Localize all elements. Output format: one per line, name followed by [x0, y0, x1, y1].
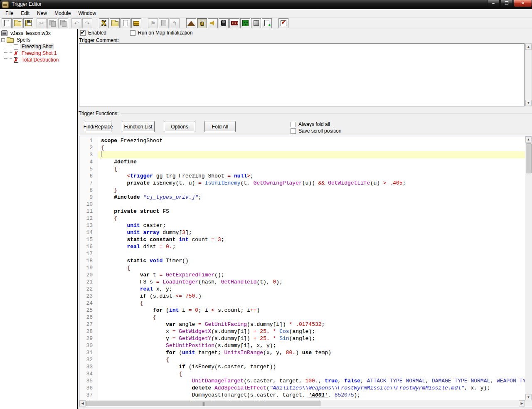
- scroll-up-icon[interactable]: ▲: [525, 44, 532, 50]
- code-line-4[interactable]: 4 #define: [79, 158, 525, 165]
- code-line-17[interactable]: 17: [79, 250, 525, 257]
- menu-edit[interactable]: Edit: [17, 10, 33, 17]
- code-line-18[interactable]: 18 static void Timer(): [79, 257, 525, 264]
- code-line-34[interactable]: 34 {: [79, 370, 525, 377]
- code-line-1[interactable]: 1scope FreezingShoot: [79, 137, 525, 144]
- menu-window[interactable]: Window: [74, 10, 100, 17]
- scroll-left-icon[interactable]: ◀: [79, 400, 86, 407]
- toolbar-sound-editor-button[interactable]: [208, 18, 218, 28]
- toolbar-save-map-button[interactable]: [23, 18, 33, 28]
- toolbar-delete-trigger-button[interactable]: X: [99, 18, 109, 28]
- menu-file[interactable]: File: [2, 10, 17, 17]
- code-line-36[interactable]: 36 delete AddSpecialEffect("Abilities\\W…: [79, 384, 525, 392]
- code-line-14[interactable]: 14 unit array dummy[3];: [79, 229, 525, 236]
- code-line-19[interactable]: 19 {: [79, 264, 525, 271]
- toolbar-import-manager-button[interactable]: [262, 18, 272, 28]
- code-viewport[interactable]: 1scope FreezingShoot2{34 #define5 {6 <tr…: [79, 136, 525, 400]
- toolbar-object-manager-button[interactable]: [251, 18, 261, 28]
- options-button[interactable]: Options: [164, 121, 195, 132]
- vscroll-thumb[interactable]: [526, 143, 532, 173]
- code-line-3[interactable]: 3: [79, 151, 525, 158]
- toolbar-terrain-editor-button[interactable]: [186, 18, 196, 28]
- code-line-8[interactable]: 8 }: [79, 187, 525, 194]
- code-line-28[interactable]: 28 x = GetWidgetX(s.dummy[i]) + 25. * Co…: [79, 328, 525, 335]
- code-line-25[interactable]: 25 for (int i = 0; i < s.count; i++): [79, 307, 525, 314]
- code-line-5[interactable]: 5 {: [79, 165, 525, 172]
- scroll-up-icon[interactable]: ▲: [525, 136, 532, 143]
- toolbar-open-map-button[interactable]: [12, 18, 22, 28]
- code-line-10[interactable]: 10: [79, 201, 525, 208]
- hscroll-thumb[interactable]: [86, 401, 320, 406]
- code-line-12[interactable]: 12 {: [79, 215, 525, 222]
- always-fold-all-checkbox[interactable]: Always fold all: [291, 121, 330, 127]
- code-line-32[interactable]: 32 {: [79, 356, 525, 363]
- function-list-button[interactable]: Function List: [122, 121, 155, 132]
- line-number: 21: [79, 278, 98, 286]
- comment-scrollbar[interactable]: ▲ ▼: [525, 43, 532, 106]
- code-line-7[interactable]: 7 private isEnemy(t, u) = IsUnitEnemy(t,…: [79, 180, 525, 187]
- code-token: (isEnemy(s.caster, target)): [185, 364, 276, 370]
- toolbar-new-category-button[interactable]: [110, 18, 120, 28]
- tree-item-freezing-shot-1[interactable]: Freezing Shot 1: [14, 50, 58, 57]
- trigger-comment-input[interactable]: [79, 43, 525, 106]
- code-line-2[interactable]: 2{: [79, 144, 525, 151]
- toolbar-undo-button: ↶: [71, 18, 81, 28]
- code-line-20[interactable]: 20 var t = GetExpiredTimer();: [79, 271, 525, 278]
- editor-vscrollbar[interactable]: ▲ ▼: [525, 136, 532, 400]
- code-line-33[interactable]: 33 if (isEnemy(s.caster, target)): [79, 363, 525, 370]
- toolbar-test-map-button[interactable]: [278, 18, 288, 28]
- save-scroll-position-checkbox[interactable]: Save scroll position: [291, 128, 341, 134]
- code-editor[interactable]: 1scope FreezingShoot2{34 #define5 {6 <tr…: [79, 136, 532, 407]
- line-text: {: [98, 144, 525, 151]
- editor-hscrollbar[interactable]: ◀ ▶: [79, 400, 525, 407]
- tree-category-spells[interactable]: Spells: [1, 37, 32, 43]
- toolbar-new-comment-button[interactable]: [131, 18, 141, 28]
- menu-module[interactable]: Module: [51, 10, 74, 17]
- code-line-29[interactable]: 29 y = GetWidgetY(s.dummy[i]) + 25. * Si…: [79, 335, 525, 342]
- code-line-16[interactable]: 16 real dist = 0.;: [79, 243, 525, 250]
- code-line-11[interactable]: 11 private struct FS: [79, 208, 525, 215]
- code-line-15[interactable]: 15 static constant int count = 3;: [79, 236, 525, 243]
- toolbar-new-trigger-button[interactable]: [121, 18, 131, 28]
- scroll-right-icon[interactable]: ▶: [519, 400, 525, 407]
- toolbar-trigger-editor-button[interactable]: a: [197, 18, 207, 28]
- enabled-checkbox-box[interactable]: [80, 30, 86, 36]
- scroll-down-icon[interactable]: ▼: [525, 394, 532, 400]
- toolbar-ai-editor-button[interactable]: [240, 18, 250, 28]
- toolbar-new-map-button[interactable]: [2, 18, 12, 28]
- scroll-down-icon[interactable]: ▼: [525, 100, 532, 106]
- checkbox-box[interactable]: [291, 128, 296, 134]
- collapse-icon[interactable]: [1, 38, 5, 42]
- ai-editor-icon: [242, 20, 249, 26]
- code-line-26[interactable]: 26 {: [79, 314, 525, 321]
- fold-all-button[interactable]: Fold All: [204, 121, 236, 132]
- toolbar-object-editor-button[interactable]: [219, 18, 229, 28]
- close-button[interactable]: ✕: [514, 0, 532, 7]
- code-token: [101, 364, 179, 370]
- code-line-6[interactable]: 6 <trigger gg_trg_Freezing_Shoot = null>…: [79, 172, 525, 180]
- code-token: var: [166, 321, 175, 328]
- code-line-27[interactable]: 27 var angle = GetUnitFacing(s.dummy[i])…: [79, 321, 525, 328]
- checkbox-box[interactable]: [291, 122, 296, 127]
- code-line-23[interactable]: 23 if (s.dist <= 750.): [79, 293, 525, 300]
- code-line-22[interactable]: 22 real x, y;: [79, 286, 525, 293]
- enabled-checkbox[interactable]: Enabled: [80, 30, 106, 36]
- find-replace-button[interactable]: Find/Replace: [85, 121, 111, 132]
- code-line-37[interactable]: 37 DummycastToTarget(s.caster, target, '…: [79, 392, 525, 399]
- code-line-30[interactable]: 30 SetUnitPosition(s.dummy[i], x, y);: [79, 342, 525, 349]
- tree-root[interactable]: vJass_lesson.w3x: [1, 30, 52, 37]
- minimize-button[interactable]: –: [487, 0, 500, 7]
- code-line-13[interactable]: 13 unit caster;: [79, 222, 525, 229]
- menu-new[interactable]: New: [33, 10, 51, 17]
- tree-item-freezing-shot[interactable]: Freezing Shot: [14, 43, 54, 50]
- tree-item-total-destruction[interactable]: Total Destruction: [14, 57, 60, 63]
- code-line-31[interactable]: 31 for (unit target; UnitsInRange(x, y, …: [79, 349, 525, 356]
- code-line-9[interactable]: 9 #include "cj_types_priv.j";: [79, 194, 525, 201]
- code-line-35[interactable]: 35 UnitDamageTarget(s.caster, target, 10…: [79, 377, 525, 384]
- run-on-init-checkbox-box[interactable]: [130, 30, 135, 36]
- run-on-init-checkbox[interactable]: Run on Map Initialization: [130, 30, 192, 36]
- restore-button[interactable]: ❐: [500, 0, 513, 7]
- code-line-24[interactable]: 24 {: [79, 300, 525, 307]
- code-line-21[interactable]: 21 FS s = LoadInteger(hash, GetHandleId(…: [79, 278, 525, 286]
- toolbar-campaign-editor-button[interactable]: [229, 18, 239, 28]
